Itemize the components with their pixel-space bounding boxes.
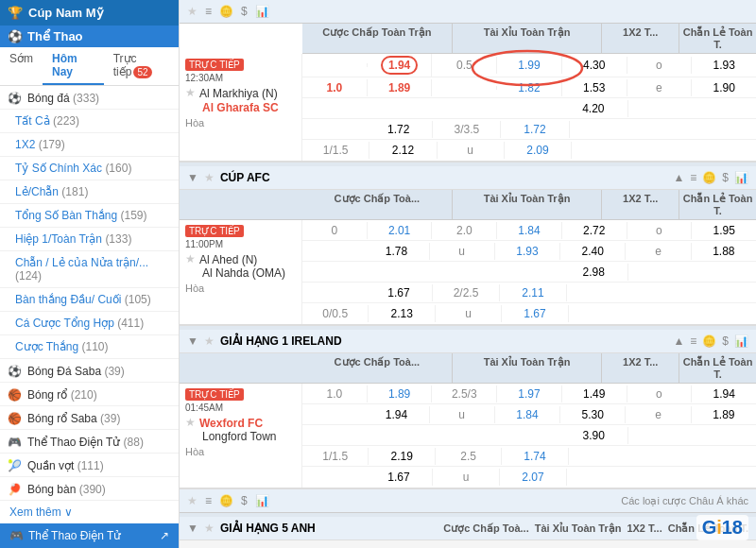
ir-o[interactable]: o — [627, 385, 693, 402]
o-2.40[interactable]: 2.40 — [560, 243, 626, 260]
coin-icon[interactable]: 🪙 — [219, 5, 233, 18]
sidebar-item-bongrosaba[interactable]: 🏀 Bóng rổ Saba (39) — [0, 406, 179, 430]
odds-cell-1.90[interactable]: 1.90 — [692, 79, 756, 96]
sport-tab[interactable]: ⚽ Thể Thao — [0, 26, 179, 47]
odds-cell-u1[interactable]: u — [438, 142, 505, 159]
sidebar-item-banthanh[interactable]: Bàn thắng Đầu/ Cuối (105) — [0, 288, 179, 312]
odds-cell-3/3.5[interactable]: 3/3.5 — [433, 121, 501, 138]
irl-toolbar-dollar[interactable]: $ — [241, 494, 248, 507]
ir-1.84[interactable]: 1.84 — [495, 406, 560, 423]
ir-2.07[interactable]: 2.07 — [500, 469, 567, 486]
o-2.72[interactable]: 2.72 — [562, 222, 627, 239]
ir-1.0[interactable]: 1.0 — [302, 385, 368, 402]
odds-cell-empty2[interactable] — [432, 86, 497, 90]
sidebar-item-cacuoctonghop[interactable]: Cá Cược Tổng Hợp (411) — [0, 312, 179, 335]
o-u2[interactable]: u — [436, 305, 502, 322]
o-e[interactable]: e — [626, 243, 691, 260]
sidebar-footer[interactable]: 🎮 Thể Thao Điện Tử ↗ — [0, 523, 179, 548]
ir-1/1.5[interactable]: 1/1.5 — [302, 448, 369, 465]
o-2.0[interactable]: 2.0 — [432, 222, 497, 239]
star-afc[interactable]: ★ — [204, 171, 215, 184]
odds-cell-1.0[interactable]: 1.0 — [302, 79, 368, 96]
odds-cell-1.72b[interactable]: 1.72 — [501, 121, 569, 138]
ir-1.94b[interactable]: 1.94 — [364, 406, 429, 423]
odds-cell-1/1.5[interactable]: 1/1.5 — [302, 142, 369, 159]
star-ireland[interactable]: ★ — [204, 334, 215, 348]
see-more-button[interactable]: Xem thêm ∨ — [0, 501, 179, 523]
irl-icon4[interactable]: $ — [722, 334, 729, 348]
irl-star[interactable]: ★ — [185, 416, 196, 429]
ir-e[interactable]: e — [626, 406, 691, 423]
irl-icon5[interactable]: 📊 — [734, 334, 748, 348]
ir-1.94[interactable]: 1.94 — [692, 385, 756, 402]
o-u1[interactable]: u — [430, 243, 495, 260]
toggle-eng5[interactable]: ▼ — [187, 522, 198, 535]
tab-tructiep[interactable]: Trực tiếp52 — [104, 47, 179, 85]
irl-toolbar-chart[interactable]: 📊 — [255, 494, 269, 507]
league-icon5[interactable]: 📊 — [734, 171, 748, 184]
toggle-ireland[interactable]: ▼ — [187, 334, 198, 348]
ir-2.5[interactable]: 2.5 — [436, 448, 502, 465]
dollar-icon[interactable]: $ — [241, 5, 248, 18]
ir-1.67[interactable]: 1.67 — [366, 469, 433, 486]
ir-3.90[interactable]: 3.90 — [560, 427, 628, 444]
league-icon1[interactable]: ▲ — [673, 171, 684, 184]
irl-toolbar-star[interactable]: ★ — [187, 494, 198, 507]
toggle-afc[interactable]: ▼ — [187, 171, 198, 184]
ir-1.89b[interactable]: 1.89 — [692, 406, 756, 423]
odds-cell-1.82[interactable]: 1.82 — [497, 79, 562, 96]
sidebar-item-lechan[interactable]: Lẻ/Chẵn (181) — [0, 180, 179, 204]
o-0[interactable]: 0 — [302, 222, 368, 239]
odds-cell-1.89[interactable]: 1.89 — [368, 79, 433, 96]
ir-1.49[interactable]: 1.49 — [562, 385, 627, 402]
league-icon4[interactable]: $ — [722, 171, 729, 184]
chart-icon[interactable]: 📊 — [255, 5, 269, 18]
odds-cell-2.12[interactable]: 2.12 — [369, 142, 437, 159]
tab-homnay[interactable]: Hôm Nay — [43, 47, 104, 85]
odds-cell-1.94[interactable]: 1.94 — [368, 54, 433, 77]
sidebar-item-1x2[interactable]: 1X2 (179) — [0, 133, 179, 157]
sidebar-item-tatca[interactable]: Tất Cả (223) — [0, 110, 179, 133]
ir-u1[interactable]: u — [430, 406, 495, 423]
odds-cell-o[interactable]: o — [627, 57, 693, 74]
irl-icon1[interactable]: ▲ — [673, 334, 684, 348]
o-2/2.5[interactable]: 2/2.5 — [433, 284, 500, 301]
ir-1.89[interactable]: 1.89 — [368, 385, 433, 402]
o-2.13[interactable]: 2.13 — [369, 305, 435, 322]
odds-cell-4.20[interactable]: 4.20 — [558, 100, 628, 117]
o-2.01[interactable]: 2.01 — [368, 222, 433, 239]
sidebar-item-thethaodientu[interactable]: 🎮 Thể Thao Điện Tử (88) — [0, 430, 179, 454]
league-icon3[interactable]: 🪙 — [702, 171, 716, 184]
ir-2.19[interactable]: 2.19 — [369, 448, 435, 465]
o-o[interactable]: o — [627, 222, 693, 239]
sidebar-item-hiep1[interactable]: Hiệp 1/Toàn Trận (133) — [0, 228, 179, 251]
o-2.98[interactable]: 2.98 — [560, 264, 628, 281]
irl-toolbar-list[interactable]: ≡ — [205, 494, 212, 507]
o-1.95[interactable]: 1.95 — [692, 222, 756, 239]
ir-2.5/3[interactable]: 2.5/3 — [432, 385, 497, 402]
irl-toolbar-coin[interactable]: 🪙 — [219, 494, 233, 507]
sidebar-item-cuocthang[interactable]: Cược Thắng (110) — [0, 335, 179, 359]
o-1.84[interactable]: 1.84 — [497, 222, 562, 239]
sidebar-item-chanlenuatran[interactable]: Chẵn / Lẻ của Nửa trận/... (124) — [0, 251, 179, 288]
o-1.67a[interactable]: 1.67 — [366, 284, 433, 301]
sidebar-item-bongda[interactable]: ⚽ Bóng đá (333) — [0, 86, 179, 110]
odds-cell-4.30[interactable]: 4.30 — [562, 57, 627, 74]
afc-star[interactable]: ★ — [185, 252, 196, 265]
odds-cell-e[interactable]: e — [627, 79, 693, 96]
odds-cell-2.09[interactable]: 2.09 — [505, 142, 572, 159]
irl-icon3[interactable]: 🪙 — [702, 334, 716, 348]
odds-cell-1.72a[interactable]: 1.72 — [365, 121, 433, 138]
odds-cell[interactable] — [302, 63, 368, 67]
match-star[interactable]: ★ — [185, 86, 196, 99]
odds-cell-0.5[interactable]: 0.5 — [432, 57, 497, 74]
sidebar-item-quanvot[interactable]: 🎾 Quần vợt (111) — [0, 454, 179, 477]
sidebar-item-bongdasaba[interactable]: ⚽ Bóng Đá Saba (39) — [0, 359, 179, 383]
o-1.88[interactable]: 1.88 — [692, 243, 756, 260]
sidebar-item-tysochinxac[interactable]: Tỷ Số Chính Xác (160) — [0, 157, 179, 180]
o-1.93[interactable]: 1.93 — [495, 243, 560, 260]
o-0/0.5[interactable]: 0/0.5 — [302, 305, 369, 322]
odds-cell-1.93[interactable]: 1.93 — [692, 57, 756, 74]
odds-cell-1.99[interactable]: 1.99 — [497, 57, 562, 74]
ir-5.30[interactable]: 5.30 — [560, 406, 626, 423]
